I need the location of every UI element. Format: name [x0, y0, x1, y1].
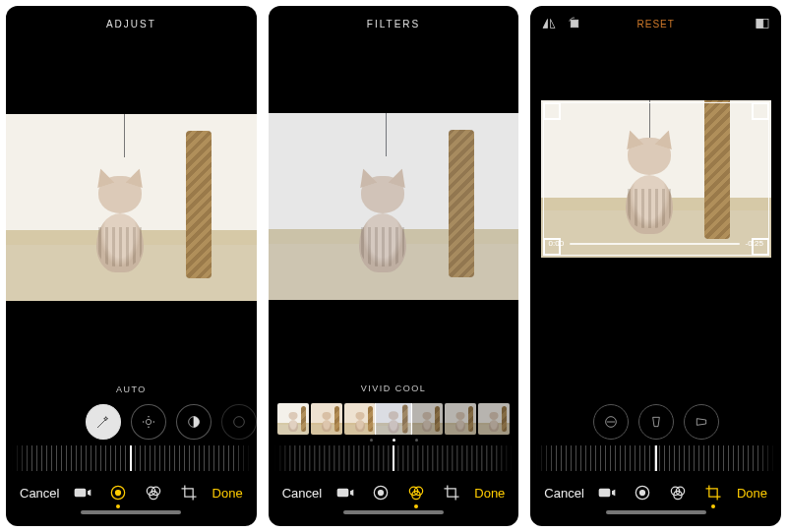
crop-tab-icon[interactable] [179, 483, 199, 502]
home-indicator[interactable] [81, 510, 181, 514]
playback-scrubber[interactable]: 0:00 -0:25 [549, 239, 763, 248]
video-mode-icon[interactable] [73, 483, 92, 502]
svg-rect-17 [572, 20, 579, 28]
reset-button[interactable]: RESET [637, 19, 675, 30]
exposure-sun-icon [141, 414, 156, 430]
svg-point-13 [378, 491, 383, 496]
adjust-tool-row [6, 404, 257, 440]
svg-point-23 [640, 491, 645, 496]
header-title: FILTERS [367, 19, 420, 30]
next-adjust-button[interactable] [221, 404, 257, 440]
perspective-vertical-icon [648, 414, 664, 430]
filter-thumb-original[interactable] [277, 403, 309, 435]
home-indicator[interactable] [606, 510, 706, 514]
straighten-button[interactable] [593, 404, 629, 440]
cancel-button[interactable]: Cancel [544, 486, 583, 501]
filter-thumb-vivid[interactable] [311, 403, 342, 435]
adjust-value-slider[interactable] [12, 445, 251, 471]
crop-preview[interactable]: 0:00 -0:25 [541, 100, 771, 258]
adjust-mode-label: AUTO [6, 384, 257, 394]
filter-thumb-vivid-warm[interactable] [344, 403, 376, 435]
header: RESET [530, 6, 781, 41]
filters-tab-icon[interactable] [406, 483, 426, 502]
cancel-button[interactable]: Cancel [20, 486, 59, 501]
filter-thumb-dramatic-cool[interactable] [478, 403, 510, 435]
done-button[interactable]: Done [737, 486, 767, 501]
crop-tab-icon[interactable] [703, 483, 723, 502]
vertical-perspective-button[interactable] [638, 404, 674, 440]
done-button[interactable]: Done [212, 486, 243, 501]
filter-intensity-slider[interactable] [274, 445, 514, 471]
contrast-icon [186, 414, 202, 430]
time-remaining: -0:25 [746, 239, 763, 248]
preview-area: 0:00 -0:25 [530, 41, 781, 398]
editor-panel-adjust: ADJUST AUTO [6, 6, 257, 526]
video-preview[interactable] [6, 114, 257, 301]
perspective-horizontal-icon [694, 414, 709, 430]
rotation-slider[interactable] [536, 445, 775, 471]
filter-thumb-vivid-cool[interactable] [376, 403, 411, 435]
exposure-button[interactable] [131, 404, 166, 440]
svg-point-0 [147, 419, 151, 424]
video-preview[interactable] [269, 113, 519, 300]
brilliance-icon [231, 414, 247, 430]
header: FILTERS [269, 6, 519, 41]
filter-thumb-dramatic-warm[interactable] [445, 403, 476, 435]
filters-tab-icon[interactable] [144, 483, 163, 502]
header-title: ADJUST [106, 19, 156, 30]
filter-thumb-dramatic[interactable] [411, 403, 443, 435]
filter-thumbnail-strip[interactable] [269, 403, 519, 435]
filters-tab-icon[interactable] [668, 483, 688, 502]
auto-enhance-button[interactable] [86, 404, 121, 440]
straighten-icon [603, 414, 619, 430]
video-mode-icon[interactable] [597, 483, 617, 502]
editor-panel-crop: RESET 0:00 -0:25 [530, 6, 781, 526]
svg-point-6 [233, 417, 244, 428]
adjust-tab-icon[interactable] [108, 483, 128, 502]
flip-horizontal-icon[interactable] [540, 15, 558, 32]
filter-indicator-dots [269, 439, 519, 442]
svg-point-8 [116, 491, 121, 496]
svg-rect-19 [757, 20, 763, 29]
adjust-tab-icon[interactable] [371, 483, 391, 502]
home-indicator[interactable] [343, 510, 444, 514]
preview-area [269, 41, 519, 372]
editor-panel-filters: FILTERS VIVID COOL [269, 6, 519, 526]
preview-area [6, 41, 257, 373]
cancel-button[interactable]: Cancel [282, 486, 322, 501]
crop-tool-row [530, 404, 781, 440]
crop-tab-icon[interactable] [442, 483, 461, 502]
header: ADJUST [6, 6, 257, 41]
wand-icon [95, 414, 111, 430]
filter-name-label: VIVID COOL [269, 384, 519, 393]
video-mode-icon[interactable] [335, 483, 355, 502]
rotate-icon[interactable] [566, 15, 583, 32]
done-button[interactable]: Done [474, 486, 505, 501]
horizontal-perspective-button[interactable] [684, 404, 719, 440]
contrast-button[interactable] [176, 404, 212, 440]
time-elapsed: 0:00 [549, 239, 565, 248]
adjust-tab-icon[interactable] [633, 483, 652, 502]
aspect-ratio-icon[interactable] [754, 15, 771, 32]
